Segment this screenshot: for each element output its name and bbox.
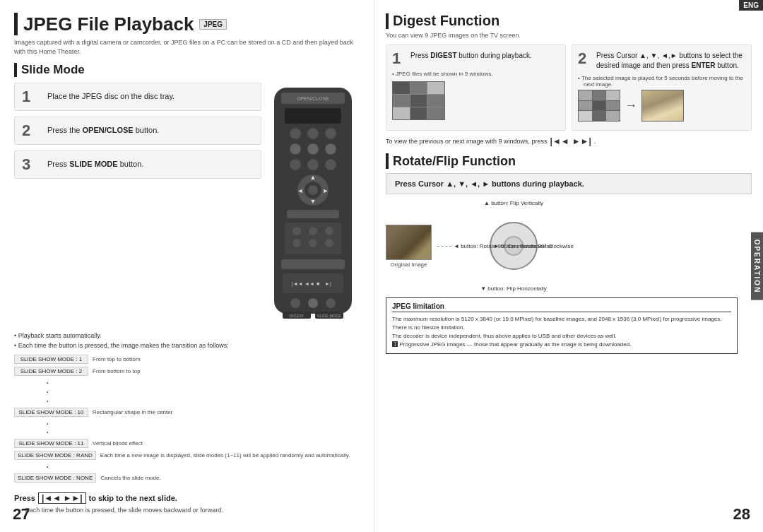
svg-point-15: [308, 185, 318, 195]
original-label: Original Image: [386, 261, 432, 268]
dots-3: ·: [14, 463, 362, 472]
digest-arrow-icon: →: [625, 98, 637, 113]
digest-step-1-note: • JPEG files will be shown in 9 windows.: [392, 71, 560, 77]
digest-step-1-text: Press DIGEST button during playback.: [410, 51, 532, 61]
page-num-left: 27: [13, 505, 30, 524]
digest-steps: 1 Press DIGEST button during playback. •…: [386, 45, 752, 131]
digest-grid-img: [392, 81, 560, 120]
skip-text-suffix: to skip to the next slide.: [89, 494, 177, 502]
mode-badge-2: SLIDE SHOW MODE : 2: [14, 367, 88, 376]
grid-cell-3: [427, 82, 444, 94]
mode-badge-rand: SLIDE SHOW MODE : RAND: [14, 451, 96, 460]
digest-step-1-header: 1 Press DIGEST button during playback.: [392, 51, 560, 66]
svg-point-22: [292, 227, 301, 235]
svg-text:►: ►: [323, 187, 329, 194]
grid-sm-6: [606, 101, 620, 111]
step-2: 2 Press the OPEN/CLOSE button.: [14, 117, 261, 145]
slideshow-row-6: SLIDE SHOW MODE : NONE Cancels the slide…: [14, 473, 362, 483]
grid-cell-4: [393, 95, 410, 107]
eng-badge: ENG: [739, 0, 763, 11]
digest-intro: You can view 9 JPEG images on the TV scr…: [386, 32, 752, 39]
right-panel: ENG Digest Function You can view 9 JPEG …: [374, 0, 763, 532]
dots-1: ···: [14, 379, 362, 406]
svg-text:OPEN/CLOSE: OPEN/CLOSE: [297, 96, 329, 101]
digest-step-2: 2 Press Cursor ▲, ▼, ◄,► buttons to sele…: [572, 45, 752, 131]
page-title: JPEG File Playback: [23, 13, 194, 35]
grid-cell-6: [427, 95, 444, 107]
step-3-num: 3: [22, 157, 42, 172]
grid-sm-1: [579, 90, 592, 100]
intro-text: Images captured with a digital camera or…: [14, 38, 362, 56]
skip-note-detail: • Each time the button is pressed, the s…: [14, 507, 362, 514]
grid-sm-3: [606, 90, 620, 100]
svg-point-7: [290, 143, 301, 155]
step-2-num: 2: [22, 123, 42, 138]
rotate-box-text: Press Cursor ▲, ▼, ◄, ► buttons during p…: [395, 179, 584, 188]
grid-cell-9: [427, 107, 444, 119]
mode-badge-10: SLIDE SHOW MODE : 10: [14, 408, 88, 417]
slide-mode-bar: [14, 63, 17, 77]
svg-rect-28: [281, 259, 345, 269]
svg-point-8: [307, 143, 319, 155]
digest-bar: [386, 13, 389, 29]
digest-step-2-num: 2: [578, 51, 592, 66]
digest-grid-small: [578, 90, 620, 122]
step-1-num: 1: [22, 89, 42, 105]
limit-line-3: The decoder is device independent, thus …: [392, 332, 731, 341]
svg-text:◄◄: ◄◄: [304, 281, 314, 286]
nav-note: To view the previous or next image with …: [386, 136, 752, 146]
grid-sm-2: [593, 90, 606, 100]
svg-text:▲: ▲: [310, 174, 317, 181]
step-1-text: Place the JPEG disc on the disc tray.: [47, 89, 175, 100]
svg-rect-20: [287, 210, 339, 218]
page-num-right: 28: [733, 505, 750, 524]
mode-badge-none: SLIDE SHOW MODE : NONE: [14, 473, 96, 483]
slideshow-row-1: SLIDE SHOW MODE : 1 From top to bottom: [14, 355, 362, 364]
operation-badge: OPERATION: [751, 232, 763, 300]
mode-desc-10: Rectangular shape in the center: [93, 409, 172, 415]
nav-note-text: To view the previous or next image with …: [386, 138, 548, 145]
mode-desc-none: Cancels the slide mode.: [100, 475, 160, 481]
rotate-label-right: ► button: Rotate 90° Clockwise: [494, 243, 574, 249]
note-1: • Playback starts automatically.: [14, 331, 362, 341]
nav-note-period: .: [594, 138, 596, 145]
skip-note: Press |◄◄ ►►| to skip to the next slide.: [14, 492, 362, 504]
svg-point-23: [309, 227, 317, 235]
slide-mode-title: Slide Mode: [21, 63, 85, 77]
rotate-circle-container: ▲ button: Flip Vertically ▼ button: Flip…: [457, 200, 570, 292]
step-1: 1 Place the JPEG disc on the disc tray.: [14, 83, 261, 111]
skip-text-prefix: Press: [14, 494, 35, 502]
rotate-label-bottom: ▼ button: Flip Horizontally: [480, 285, 547, 292]
svg-text:DIGEST: DIGEST: [290, 314, 304, 318]
digest-step-1-num: 1: [392, 51, 406, 66]
svg-point-5: [307, 128, 319, 139]
skip-icon: |◄◄ ►►|: [38, 492, 86, 504]
digest-grid: [392, 81, 445, 120]
svg-rect-3: [285, 108, 341, 124]
svg-point-24: [325, 227, 333, 235]
digest-step-2-note: • The selected image is played for 5 sec…: [578, 75, 745, 88]
digest-images: →: [578, 90, 745, 122]
title-bar: [14, 13, 18, 35]
slideshow-row-5: SLIDE SHOW MODE : RAND Each time a new i…: [14, 451, 362, 460]
limit-line-2: There is no filesize limitation.: [392, 324, 731, 332]
svg-point-36: [326, 298, 336, 308]
skip-next-icon: ►►|: [572, 136, 591, 146]
svg-text:◄: ◄: [297, 187, 304, 194]
skip-prev-icon: |◄◄: [550, 136, 569, 146]
svg-point-27: [325, 239, 333, 247]
jpeg-badge: JPEG: [199, 19, 227, 30]
grid-cell-2: [410, 82, 427, 94]
original-image-area: Original Image: [386, 225, 432, 268]
svg-point-10: [290, 159, 301, 170]
digest-title: Digest Function: [393, 13, 499, 29]
grid-sm-4: [579, 101, 592, 111]
grid-cell-1: [393, 82, 410, 94]
rotate-title: Rotate/Flip Function: [393, 154, 516, 169]
slideshow-row-4: SLIDE SHOW MODE : 11 Vertical blinds eff…: [14, 439, 362, 448]
mode-badge-1: SLIDE SHOW MODE : 1: [14, 355, 88, 364]
svg-point-9: [325, 143, 336, 155]
notes-area: • Playback starts automatically. • Each …: [14, 331, 362, 350]
grid-cell-5: [410, 95, 427, 107]
slideshow-row-3: SLIDE SHOW MODE : 10 Rectangular shape i…: [14, 408, 362, 417]
